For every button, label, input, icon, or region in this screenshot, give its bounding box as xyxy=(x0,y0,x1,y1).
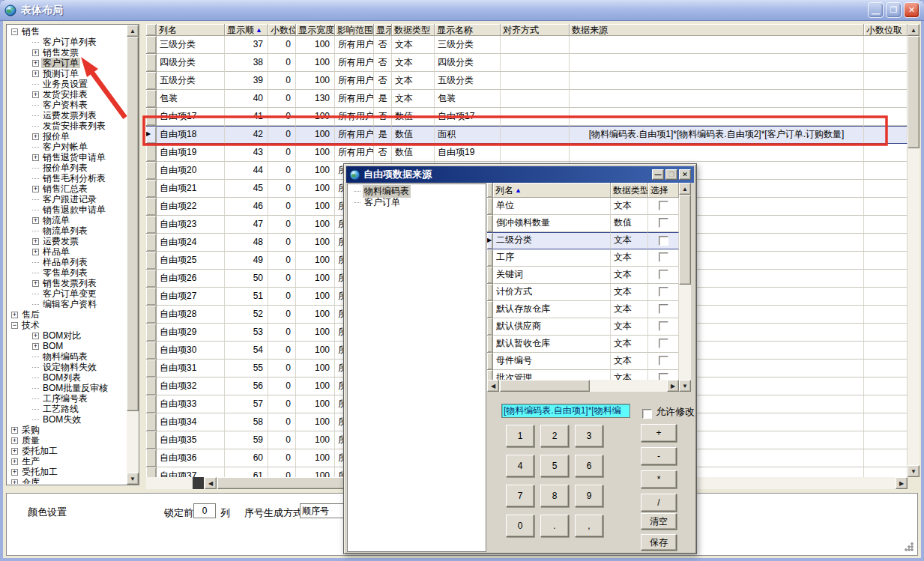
sidebar-item-销售退货申请单[interactable]: +销售退货申请单 xyxy=(7,152,126,163)
select-checkbox[interactable] xyxy=(659,321,668,331)
dialog-table-row-二级分类[interactable]: ▶二级分类文本 xyxy=(487,232,679,249)
row-selector[interactable] xyxy=(146,360,157,377)
sidebar-item-客户订单[interactable]: +客户订单 xyxy=(7,58,126,68)
select-checkbox[interactable] xyxy=(659,270,668,279)
dialog-column-header-列名[interactable]: 列名▲ xyxy=(493,183,611,198)
select-checkbox[interactable] xyxy=(659,339,668,348)
expand-icon[interactable]: + xyxy=(11,437,18,444)
expand-icon[interactable]: + xyxy=(32,133,39,140)
expand-icon[interactable]: + xyxy=(32,238,39,245)
scroll-down-button[interactable]: ▼ xyxy=(679,380,691,392)
select-checkbox[interactable] xyxy=(659,356,668,366)
sidebar-item-BOM列表[interactable]: BOM列表 xyxy=(7,372,126,383)
sidebar-item-技术[interactable]: −技术 xyxy=(7,320,126,330)
row-selector[interactable] xyxy=(146,180,157,198)
dialog-tree-item-客户订单[interactable]: 客户订单 xyxy=(348,197,486,208)
row-selector[interactable] xyxy=(487,370,493,380)
row-selector[interactable] xyxy=(146,306,157,324)
keypad-button-3[interactable]: 3 xyxy=(575,425,603,447)
sidebar-item-销售毛利分析表[interactable]: 销售毛利分析表 xyxy=(7,173,126,184)
sidebar-item-生产[interactable]: +生产 xyxy=(7,456,126,467)
scrollbar-thumb[interactable] xyxy=(908,36,920,148)
sidebar-item-运费发票列表[interactable]: 运费发票列表 xyxy=(7,110,126,121)
lock-columns-input[interactable] xyxy=(193,503,216,518)
row-selector[interactable] xyxy=(146,90,157,108)
dialog-table-row-批次管理[interactable]: 批次管理文本 xyxy=(487,370,679,380)
select-checkbox[interactable] xyxy=(659,201,668,210)
expand-icon[interactable]: + xyxy=(32,333,39,339)
dialog-column-header-数据类型[interactable]: 数据类型 xyxy=(611,183,648,198)
dialog-table-row-母件编号[interactable]: 母件编号文本 xyxy=(487,353,679,370)
sidebar-item-销售汇总表[interactable]: +销售汇总表 xyxy=(7,184,126,194)
sidebar-item-客户对帐单[interactable]: 客户对帐单 xyxy=(7,142,126,152)
expand-icon[interactable]: + xyxy=(11,427,18,434)
scroll-down-button[interactable]: ▼ xyxy=(127,473,139,485)
expand-icon[interactable]: + xyxy=(32,249,39,255)
select-checkbox[interactable] xyxy=(659,236,668,246)
operator-button-+[interactable]: + xyxy=(641,424,677,442)
row-selector[interactable] xyxy=(146,377,157,395)
expand-icon[interactable]: + xyxy=(11,448,18,455)
column-header-显示顺[interactable]: 显示顺▲ xyxy=(225,24,268,36)
row-selector[interactable] xyxy=(146,342,157,360)
clear-button[interactable]: 清空 xyxy=(641,513,677,530)
dialog-table-row-单位[interactable]: 单位文本 xyxy=(487,198,679,215)
operator-button--[interactable]: - xyxy=(641,447,677,465)
keypad-button-4[interactable]: 4 xyxy=(506,455,534,477)
dialog-table-row-工序[interactable]: 工序文本 xyxy=(487,249,679,267)
row-selector[interactable] xyxy=(146,54,157,72)
sidebar-item-客户资料表[interactable]: 客户资料表 xyxy=(7,100,126,110)
row-selector[interactable] xyxy=(487,267,493,284)
expand-icon[interactable]: + xyxy=(11,458,18,465)
sidebar-item-物料编码表[interactable]: 物料编码表 xyxy=(7,351,126,362)
column-header-影响范围[interactable]: 影响范围 xyxy=(335,24,374,36)
select-checkbox[interactable] xyxy=(659,287,668,297)
sidebar-item-工序编号表[interactable]: 工序编号表 xyxy=(7,393,126,404)
sidebar-item-仓库[interactable]: +仓库 xyxy=(7,477,126,484)
allow-edit-checkbox[interactable] xyxy=(642,409,652,419)
sidebar-item-客户订单变更[interactable]: 客户订单变更 xyxy=(7,288,126,299)
dialog-titlebar[interactable]: 自由项数据来源 — ❐ ✕ xyxy=(346,166,694,183)
collapse-icon[interactable]: − xyxy=(11,28,18,35)
sidebar-item-委托加工[interactable]: +委托加工 xyxy=(7,446,126,456)
sidebar-item-报价单[interactable]: +报价单 xyxy=(7,131,126,142)
dialog-table-row-默认暂收仓库[interactable]: 默认暂收仓库文本 xyxy=(487,336,679,353)
row-selector[interactable] xyxy=(146,234,157,252)
expand-icon[interactable]: + xyxy=(32,186,39,192)
scroll-up-button[interactable]: ▲ xyxy=(908,24,920,36)
column-header-对齐方式[interactable]: 对齐方式 xyxy=(501,24,570,36)
sidebar-item-BOM失效[interactable]: BOM失效 xyxy=(7,414,126,425)
row-selector[interactable] xyxy=(487,198,493,215)
sidebar-item-BOM对比[interactable]: +BOM对比 xyxy=(7,330,126,341)
expand-icon[interactable]: + xyxy=(32,49,39,56)
dialog-minimize-button[interactable]: — xyxy=(652,169,664,180)
collapse-icon[interactable]: − xyxy=(11,322,18,329)
dialog-column-header-选择[interactable]: 选择 xyxy=(648,183,679,198)
keypad-button-5[interactable]: 5 xyxy=(540,455,569,477)
sidebar-item-发货安排表列表[interactable]: 发货安排表列表 xyxy=(7,121,126,131)
dialog-close-button[interactable]: ✕ xyxy=(679,169,691,180)
table-row-包装[interactable]: 包装400130所有用户是文本包装 xyxy=(146,90,908,108)
dialog-table-row-关键词[interactable]: 关键词文本 xyxy=(487,267,679,284)
sidebar-item-销售退款申请单[interactable]: 销售退款申请单 xyxy=(7,204,126,215)
expand-icon[interactable]: + xyxy=(11,312,18,318)
sidebar-item-报价单列表[interactable]: 报价单列表 xyxy=(7,163,126,173)
row-selector[interactable]: ▶ xyxy=(487,232,493,249)
maximize-button[interactable]: ❐ xyxy=(886,2,902,18)
keypad-button-1[interactable]: 1 xyxy=(506,425,534,447)
sidebar-item-零售单列表[interactable]: 零售单列表 xyxy=(7,267,126,278)
sidebar-item-物流单[interactable]: +物流单 xyxy=(7,215,126,225)
sidebar-item-受托加工[interactable]: +受托加工 xyxy=(7,467,126,477)
scroll-left-button[interactable]: ◀ xyxy=(487,380,499,392)
main-titlebar[interactable]: 表体布局 — ❐ ✕ xyxy=(0,0,924,21)
sidebar-item-销售[interactable]: −销售 xyxy=(7,26,126,37)
column-header-小数位取[interactable]: 小数位取 xyxy=(864,24,908,36)
keypad-button-0[interactable]: 0 xyxy=(506,515,534,537)
dialog-tree-item-物料编码表[interactable]: 物料编码表 xyxy=(348,186,486,197)
column-header-数据来源[interactable]: 数据来源 xyxy=(570,24,864,36)
sidebar-item-工艺路线[interactable]: 工艺路线 xyxy=(7,404,126,414)
table-row-五级分类[interactable]: 五级分类390100所有用户否文本五级分类 xyxy=(146,72,908,90)
sidebar-item-质量[interactable]: +质量 xyxy=(7,435,126,446)
table-row-三级分类[interactable]: 三级分类370100所有用户否文本三级分类 xyxy=(146,36,908,54)
column-header-显示名称[interactable]: 显示名称 xyxy=(435,24,501,36)
